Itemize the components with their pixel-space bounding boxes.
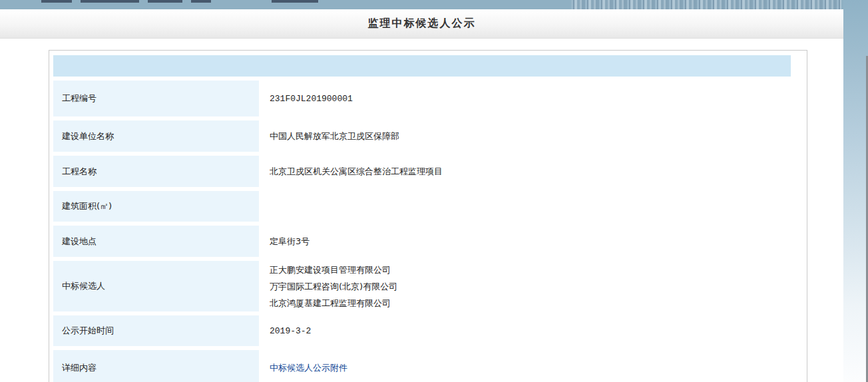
row-value [259, 191, 791, 222]
table-row-owner-name: 建设单位名称 中国人民解放军北京卫戍区保障部 [53, 120, 791, 152]
table-row-location: 建设地点 定阜街3号 [53, 226, 791, 257]
row-value: 231F0JL201900001 [259, 81, 791, 116]
row-value: 北京卫戍区机关公寓区综合整治工程监理项目 [259, 156, 791, 187]
table-row-building-area: 建筑面积(㎡) [53, 191, 791, 222]
page-background-strip [843, 0, 868, 382]
table-row-project-name: 工程名称 北京卫戍区机关公寓区综合整治工程监理项目 [53, 156, 791, 187]
row-value: 中国人民解放军北京卫戍区保障部 [259, 120, 791, 152]
row-value: 定阜街3号 [259, 226, 791, 257]
table-row-publish-date: 公示开始时间 2019-3-2 [53, 315, 791, 346]
row-label: 中标候选人 [53, 261, 259, 311]
clipped-nav-text [41, 0, 327, 3]
row-label: 建设地点 [53, 226, 259, 257]
table-row-candidates: 中标候选人 正大鹏安建设项目管理有限公司 万宇国际工程咨询(北京)有限公司 北京… [53, 261, 791, 311]
announcement-table: 工程编号 231F0JL201900001 建设单位名称 中国人民解放军北京卫戍… [49, 50, 807, 382]
attachment-link[interactable]: 中标候选人公示附件 [270, 362, 347, 374]
row-label: 建筑面积(㎡) [53, 191, 259, 222]
table-row-details: 详细内容 中标候选人公示附件 [53, 350, 791, 382]
title-bar: 监理中标候选人公示 [0, 9, 843, 39]
row-label: 建设单位名称 [53, 120, 259, 152]
page-title: 监理中标候选人公示 [368, 17, 476, 31]
browser-top-strip [0, 0, 868, 9]
candidate-name: 正大鹏安建设项目管理有限公司 [270, 262, 391, 278]
row-value: 中标候选人公示附件 [259, 350, 791, 382]
row-label: 公示开始时间 [53, 315, 259, 346]
table-row-project-number: 工程编号 231F0JL201900001 [53, 81, 791, 116]
candidate-name: 万宇国际工程咨询(北京)有限公司 [270, 278, 397, 295]
row-label: 详细内容 [53, 350, 259, 382]
row-value: 正大鹏安建设项目管理有限公司 万宇国际工程咨询(北京)有限公司 北京鸿厦基建工程… [259, 261, 791, 311]
row-label: 工程名称 [53, 156, 259, 187]
row-value: 2019-3-2 [259, 315, 791, 346]
table-header-bar [53, 55, 791, 77]
content-panel: 监理中标候选人公示 工程编号 231F0JL201900001 建设单位名称 中… [0, 9, 843, 382]
candidate-name: 北京鸿厦基建工程监理有限公司 [270, 295, 391, 311]
city-skyline-image [571, 0, 841, 9]
row-label: 工程编号 [53, 81, 259, 116]
